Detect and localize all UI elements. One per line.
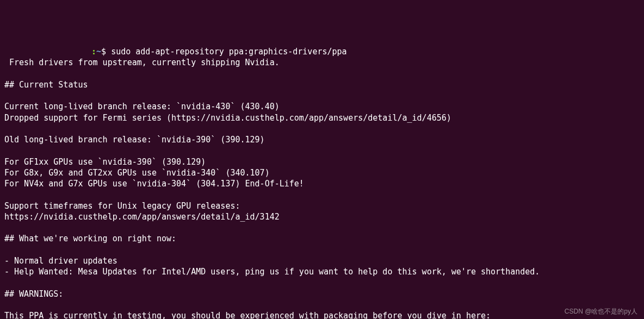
output-current-branch: Current long-lived branch release: `nvid… (4, 102, 280, 111)
command-text: sudo add-apt-repository ppa:graphics-dri… (111, 47, 346, 57)
output-gf1xx: For GF1xx GPUs use `nvidia-390` (390.129… (4, 157, 206, 167)
prompt-dollar: $ (101, 47, 111, 57)
output-nv4x: For NV4x and G7x GPUs use `nvidia-304` (… (4, 179, 304, 189)
output-section-header: ## Current Status (4, 80, 88, 90)
watermark-text: CSDN @啥也不是的py人 (565, 307, 637, 316)
output-warning-text: This PPA is currently in testing, you sh… (4, 311, 491, 319)
output-support-timeframes: Support timeframes for Unix legacy GPU r… (4, 201, 240, 211)
output-section-header: ## What we're working on right now: (4, 234, 176, 243)
output-working-item: - Normal driver updates (4, 256, 117, 266)
output-g8x: For G8x, G9x and GT2xx GPUs use `nvidia-… (4, 168, 270, 178)
output-support-url: https://nvidia.custhelp.com/app/answers/… (4, 212, 280, 222)
output-dropped-support: Dropped support for Fermi series (https:… (4, 113, 451, 123)
prompt-path: ~ (96, 47, 101, 57)
redacted-hostname (4, 48, 91, 56)
output-old-branch: Old long-lived branch release: `nvidia-3… (4, 135, 265, 145)
output-line: Fresh drivers from upstream, currently s… (4, 58, 280, 67)
terminal-output[interactable]: :~$ sudo add-apt-repository ppa:graphics… (4, 46, 640, 319)
prompt-separator: : (91, 47, 96, 57)
output-section-header: ## WARNINGS: (4, 289, 63, 299)
output-working-item: - Help Wanted: Mesa Updates for Intel/AM… (4, 267, 540, 277)
